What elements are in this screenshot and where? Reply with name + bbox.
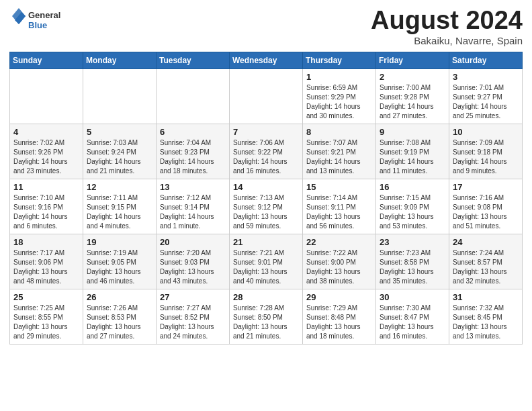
day-number: 16 — [380, 182, 445, 192]
table-cell: 5Sunrise: 7:03 AMSunset: 9:24 PMDaylight… — [83, 124, 157, 179]
day-number: 26 — [87, 292, 152, 302]
header-saturday: Saturday — [449, 52, 523, 68]
day-number: 28 — [233, 292, 299, 302]
table-cell — [157, 68, 230, 124]
day-number: 13 — [160, 182, 226, 192]
table-cell: 8Sunrise: 7:07 AMSunset: 9:21 PMDaylight… — [303, 124, 376, 179]
table-cell: 21Sunrise: 7:21 AMSunset: 9:01 PMDayligh… — [230, 234, 303, 289]
day-number: 7 — [233, 127, 299, 137]
day-number: 29 — [306, 292, 372, 302]
week-row-1: 1Sunrise: 6:59 AMSunset: 9:29 PMDaylight… — [10, 68, 523, 124]
table-cell: 2Sunrise: 7:00 AMSunset: 9:28 PMDaylight… — [376, 68, 449, 124]
header-tuesday: Tuesday — [157, 52, 230, 68]
day-number: 22 — [306, 237, 372, 247]
table-cell: 7Sunrise: 7:06 AMSunset: 9:22 PMDaylight… — [230, 124, 303, 179]
table-cell: 1Sunrise: 6:59 AMSunset: 9:29 PMDaylight… — [303, 68, 376, 124]
day-info: Sunrise: 7:11 AMSunset: 9:15 PMDaylight:… — [87, 193, 152, 231]
day-number: 6 — [160, 127, 226, 137]
month-title: August 2024 — [371, 7, 523, 35]
logo-svg: General Blue — [9, 7, 70, 34]
day-info: Sunrise: 7:27 AMSunset: 8:52 PMDaylight:… — [160, 304, 226, 341]
day-info: Sunrise: 7:19 AMSunset: 9:05 PMDaylight:… — [87, 248, 152, 286]
day-number: 12 — [87, 182, 152, 192]
table-cell: 12Sunrise: 7:11 AMSunset: 9:15 PMDayligh… — [83, 179, 157, 234]
day-number: 15 — [306, 182, 372, 192]
day-info: Sunrise: 7:16 AMSunset: 9:08 PMDaylight:… — [453, 193, 519, 231]
location-subtitle: Bakaiku, Navarre, Spain — [371, 35, 523, 46]
day-number: 9 — [380, 127, 445, 137]
table-cell: 26Sunrise: 7:26 AMSunset: 8:53 PMDayligh… — [83, 289, 157, 344]
day-info: Sunrise: 7:32 AMSunset: 8:45 PMDaylight:… — [453, 304, 519, 341]
day-info: Sunrise: 7:12 AMSunset: 9:14 PMDaylight:… — [160, 193, 226, 231]
day-number: 10 — [453, 127, 519, 137]
day-info: Sunrise: 7:22 AMSunset: 9:00 PMDaylight:… — [306, 248, 372, 286]
day-info: Sunrise: 7:26 AMSunset: 8:53 PMDaylight:… — [87, 304, 152, 341]
week-row-5: 25Sunrise: 7:25 AMSunset: 8:55 PMDayligh… — [10, 289, 523, 344]
day-number: 27 — [160, 292, 226, 302]
table-cell: 20Sunrise: 7:20 AMSunset: 9:03 PMDayligh… — [157, 234, 230, 289]
header-wednesday: Wednesday — [230, 52, 303, 68]
day-info: Sunrise: 6:59 AMSunset: 9:29 PMDaylight:… — [306, 83, 372, 121]
day-info: Sunrise: 7:24 AMSunset: 8:57 PMDaylight:… — [453, 248, 519, 286]
header-friday: Friday — [376, 52, 449, 68]
table-cell: 6Sunrise: 7:04 AMSunset: 9:23 PMDaylight… — [157, 124, 230, 179]
day-number: 8 — [306, 127, 372, 137]
week-row-4: 18Sunrise: 7:17 AMSunset: 9:06 PMDayligh… — [10, 234, 523, 289]
day-info: Sunrise: 7:17 AMSunset: 9:06 PMDaylight:… — [13, 248, 79, 286]
day-number: 1 — [306, 72, 372, 82]
day-number: 23 — [380, 237, 445, 247]
day-info: Sunrise: 7:02 AMSunset: 9:26 PMDaylight:… — [13, 138, 79, 176]
day-number: 5 — [87, 127, 152, 137]
logo: General Blue — [9, 7, 70, 34]
title-block: August 2024 Bakaiku, Navarre, Spain — [371, 7, 523, 46]
day-number: 21 — [233, 237, 299, 247]
table-cell — [230, 68, 303, 124]
table-cell: 18Sunrise: 7:17 AMSunset: 9:06 PMDayligh… — [10, 234, 83, 289]
table-cell: 11Sunrise: 7:10 AMSunset: 9:16 PMDayligh… — [10, 179, 83, 234]
day-info: Sunrise: 7:08 AMSunset: 9:19 PMDaylight:… — [380, 138, 445, 176]
day-info: Sunrise: 7:00 AMSunset: 9:28 PMDaylight:… — [380, 83, 445, 121]
table-cell: 9Sunrise: 7:08 AMSunset: 9:19 PMDaylight… — [376, 124, 449, 179]
table-cell: 15Sunrise: 7:14 AMSunset: 9:11 PMDayligh… — [303, 179, 376, 234]
day-info: Sunrise: 7:21 AMSunset: 9:01 PMDaylight:… — [233, 248, 299, 286]
table-cell: 3Sunrise: 7:01 AMSunset: 9:27 PMDaylight… — [449, 68, 523, 124]
table-cell: 29Sunrise: 7:29 AMSunset: 8:48 PMDayligh… — [303, 289, 376, 344]
day-number: 25 — [13, 292, 79, 302]
page-container: General Blue August 2024 Bakaiku, Navarr… — [0, 0, 532, 351]
weekday-header-row: Sunday Monday Tuesday Wednesday Thursday… — [10, 52, 523, 68]
day-info: Sunrise: 7:20 AMSunset: 9:03 PMDaylight:… — [160, 248, 226, 286]
day-number: 20 — [160, 237, 226, 247]
table-cell — [83, 68, 157, 124]
day-info: Sunrise: 7:07 AMSunset: 9:21 PMDaylight:… — [306, 138, 372, 176]
day-number: 17 — [453, 182, 519, 192]
table-cell: 23Sunrise: 7:23 AMSunset: 8:58 PMDayligh… — [376, 234, 449, 289]
day-info: Sunrise: 7:04 AMSunset: 9:23 PMDaylight:… — [160, 138, 226, 176]
day-info: Sunrise: 7:30 AMSunset: 8:47 PMDaylight:… — [380, 304, 445, 341]
day-info: Sunrise: 7:28 AMSunset: 8:50 PMDaylight:… — [233, 304, 299, 341]
table-cell: 17Sunrise: 7:16 AMSunset: 9:08 PMDayligh… — [449, 179, 523, 234]
day-number: 31 — [453, 292, 519, 302]
day-info: Sunrise: 7:10 AMSunset: 9:16 PMDaylight:… — [13, 193, 79, 231]
table-cell: 10Sunrise: 7:09 AMSunset: 9:18 PMDayligh… — [449, 124, 523, 179]
table-cell: 13Sunrise: 7:12 AMSunset: 9:14 PMDayligh… — [157, 179, 230, 234]
table-cell: 16Sunrise: 7:15 AMSunset: 9:09 PMDayligh… — [376, 179, 449, 234]
day-info: Sunrise: 7:06 AMSunset: 9:22 PMDaylight:… — [233, 138, 299, 176]
table-cell — [10, 68, 83, 124]
table-cell: 24Sunrise: 7:24 AMSunset: 8:57 PMDayligh… — [449, 234, 523, 289]
table-cell: 25Sunrise: 7:25 AMSunset: 8:55 PMDayligh… — [10, 289, 83, 344]
day-number: 4 — [13, 127, 79, 137]
day-number: 11 — [13, 182, 79, 192]
day-info: Sunrise: 7:23 AMSunset: 8:58 PMDaylight:… — [380, 248, 445, 286]
day-info: Sunrise: 7:15 AMSunset: 9:09 PMDaylight:… — [380, 193, 445, 231]
svg-text:General: General — [28, 10, 60, 20]
table-cell: 28Sunrise: 7:28 AMSunset: 8:50 PMDayligh… — [230, 289, 303, 344]
day-number: 3 — [453, 72, 519, 82]
day-info: Sunrise: 7:25 AMSunset: 8:55 PMDaylight:… — [13, 304, 79, 341]
day-info: Sunrise: 7:13 AMSunset: 9:12 PMDaylight:… — [233, 193, 299, 231]
day-info: Sunrise: 7:14 AMSunset: 9:11 PMDaylight:… — [306, 193, 372, 231]
header-sunday: Sunday — [10, 52, 83, 68]
header-monday: Monday — [83, 52, 157, 68]
day-number: 2 — [380, 72, 445, 82]
svg-text:Blue: Blue — [28, 20, 47, 30]
week-row-3: 11Sunrise: 7:10 AMSunset: 9:16 PMDayligh… — [10, 179, 523, 234]
